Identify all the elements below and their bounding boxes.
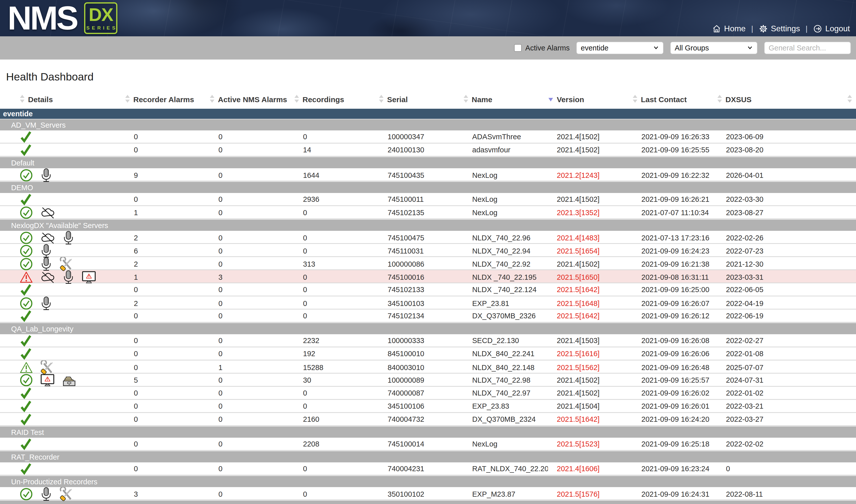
- cell-serial: 745100435: [379, 171, 463, 180]
- cell-version: 2021.5[1642]: [548, 312, 633, 320]
- nav-home[interactable]: Home: [712, 24, 746, 33]
- cell-recorder-alarms: 0: [125, 146, 210, 154]
- nav-logout[interactable]: Logout: [813, 24, 850, 33]
- check-circle-icon: [20, 231, 33, 245]
- column-header-extra[interactable]: [847, 95, 856, 105]
- monitor-alert-icon: [40, 374, 54, 386]
- table-row-345100103[interactable]: 200345100103EXP_23.812021.5[1648]2021-09…: [0, 296, 856, 309]
- table-row-240100130[interactable]: 0014240100130adasvmfour2021.4[1502]2021-…: [0, 144, 856, 157]
- cell-recordings: 15288: [294, 363, 379, 372]
- check-icon: [20, 387, 32, 399]
- column-header-last-contact[interactable]: Last Contact: [633, 95, 717, 105]
- cell-name: NLDX_740_22.98: [463, 376, 548, 384]
- cell-version: 2021.5[1576]: [548, 490, 633, 499]
- cell-name: NLDX_740_22.96: [463, 234, 548, 242]
- sort-icon: [379, 95, 384, 105]
- column-header-serial[interactable]: Serial: [379, 95, 463, 105]
- cell-dxsus: 2022-06-05: [717, 286, 847, 294]
- check-icon: [20, 462, 32, 475]
- table-row-745100014[interactable]: 002208745100014NexLog2021.5[1523]2021-09…: [0, 438, 856, 451]
- general-search-input[interactable]: [764, 42, 851, 54]
- table-row-100000347[interactable]: 000100000347ADASvmThree2021.4[1502]2021-…: [0, 130, 856, 144]
- cell-recorder-alarms: 0: [125, 465, 210, 473]
- table-row-740004231[interactable]: 000740004231RAT_NLDX_740_22.2012021.4[16…: [0, 462, 856, 475]
- cell-recorder-alarms: 0: [125, 440, 210, 448]
- cell-details: [20, 438, 125, 450]
- table-row-745100011[interactable]: 002936745100011NexLog2021.4[1502]2021-09…: [0, 193, 856, 206]
- table-row-745100475[interactable]: 200745100475NLDX_740_22.962021.4[1483]20…: [0, 231, 856, 244]
- cell-serial: 100000089: [379, 376, 463, 384]
- logo-nms-text: NMS: [7, 1, 77, 35]
- cell-name: NexLog: [463, 195, 548, 203]
- cell-dxsus: 2021-12-30: [717, 260, 847, 268]
- gear-icon: [759, 24, 768, 33]
- table-row-745100016[interactable]: 130745100016NLDX _740_22.1952021.5[1650]…: [0, 270, 856, 283]
- column-header-recorder-alarms[interactable]: Recorder Alarms: [125, 95, 210, 105]
- cell-version: 2021.5[1650]: [548, 273, 633, 282]
- group-band-raid-test: RAID Test: [0, 426, 856, 438]
- column-header-label: Recorder Alarms: [133, 95, 194, 104]
- column-header-version[interactable]: Version: [548, 95, 633, 105]
- column-header-active-nms-alarms[interactable]: Active NMS Alarms: [210, 95, 294, 105]
- column-header-dxsus[interactable]: DXSUS: [717, 95, 847, 105]
- logo-series-text: SERIES: [84, 25, 118, 31]
- nav-settings[interactable]: Settings: [759, 24, 800, 33]
- table-row-100000333[interactable]: 002232100000333SECD_22.1302021.4[1503]20…: [0, 334, 856, 347]
- table-row-745110031[interactable]: 600745110031NLDX_740_22.942021.5[1654]20…: [0, 244, 856, 257]
- cell-version: 2021.5[1654]: [548, 247, 633, 255]
- table-row-840003010[interactable]: 0115288840003010NLDX_840_22.1482021.5[15…: [0, 360, 856, 374]
- cell-dxsus: 2023-08-20: [717, 146, 847, 154]
- cell-last-contact: 2021-09-09 16:26:21: [633, 195, 717, 203]
- table-row-745102135[interactable]: 100745102135NexLog2021.3[1352]2021-07-07…: [0, 206, 856, 219]
- active-alarms-checkbox[interactable]: [514, 44, 522, 52]
- tools-icon: [59, 257, 73, 271]
- table-row-345100106[interactable]: 000345100106EXP_23.832021.4[1504]2021-09…: [0, 400, 856, 413]
- cell-active-nms-alarms: 0: [210, 337, 294, 345]
- cell-recordings: 0: [294, 209, 379, 217]
- cell-version: 2021.5[1642]: [548, 286, 633, 294]
- group-band-ad-vm-servers: AD_VM_Servers: [0, 119, 856, 130]
- cell-name: NexLog: [463, 209, 548, 217]
- column-header-label: Details: [28, 95, 53, 104]
- cell-recorder-alarms: 2: [125, 234, 210, 242]
- server-select[interactable]: eventide: [576, 42, 664, 54]
- cell-recordings: 2936: [294, 195, 379, 203]
- cell-version: 2021.5[1562]: [548, 363, 633, 372]
- cell-serial: 745102135: [379, 209, 463, 217]
- table-row-740004732[interactable]: 002160740004732DX_Q370MB_23242021.5[1642…: [0, 413, 856, 426]
- cell-recorder-alarms: 0: [125, 389, 210, 397]
- cell-active-nms-alarms: 3: [210, 273, 294, 282]
- table-row-745102134[interactable]: 000745102134DX_Q370MB_23262021.5[1642]20…: [0, 309, 856, 323]
- sort-icon: [633, 95, 638, 105]
- table-row-745102133[interactable]: 000745102133NLDX _740_22.1242021.5[1642]…: [0, 283, 856, 296]
- cell-name: NLDX_840_22.148: [463, 363, 548, 372]
- cell-dxsus: 2024-07-31: [717, 376, 847, 384]
- cell-last-contact: 2021-09-09 16:25:57: [633, 376, 717, 384]
- cell-version: 2021.2[1243]: [548, 171, 633, 180]
- cell-name: NLDX_740_22.97: [463, 389, 548, 397]
- cloud-off-icon: [40, 206, 55, 219]
- table-row-745100435[interactable]: 901644745100435NexLog2021.2[1243]2021-09…: [0, 168, 856, 181]
- table-row-845100010[interactable]: 00192845100010NLDX_840_22.2412021.5[1616…: [0, 347, 856, 360]
- cloud-off-icon: [40, 271, 55, 283]
- cell-recordings: 313: [294, 260, 379, 268]
- cell-name: NLDX _740_22.124: [463, 286, 548, 294]
- cell-recorder-alarms: 0: [125, 312, 210, 320]
- cell-dxsus: 2022-02-26: [717, 234, 847, 242]
- column-header-name[interactable]: Name: [463, 95, 548, 105]
- column-header-recordings[interactable]: Recordings: [294, 95, 379, 105]
- cell-serial: 100000347: [379, 133, 463, 141]
- group-select[interactable]: All Groups: [670, 42, 757, 54]
- cell-details: [20, 347, 125, 360]
- server-band: eventide: [0, 109, 856, 119]
- app-logo: NMS DX SERIES: [7, 1, 117, 35]
- table-row-100000086[interactable]: 20313100000086NLDX_740_22.922021.4[1502]…: [0, 257, 856, 270]
- cell-active-nms-alarms: 0: [210, 260, 294, 268]
- cell-recordings: 0: [294, 247, 379, 255]
- table-row-740000087[interactable]: 000740000087NLDX_740_22.972021.4[1502]20…: [0, 387, 856, 400]
- table-row-350100102[interactable]: 300350100102EXP_M23.872021.5[1576]2021-0…: [0, 487, 856, 500]
- column-header-details[interactable]: Details: [20, 95, 125, 105]
- cell-details: [20, 400, 125, 412]
- table-row-100000089[interactable]: 5030100000089NLDX_740_22.982021.4[1502]2…: [0, 374, 856, 387]
- cell-serial: 740000087: [379, 389, 463, 397]
